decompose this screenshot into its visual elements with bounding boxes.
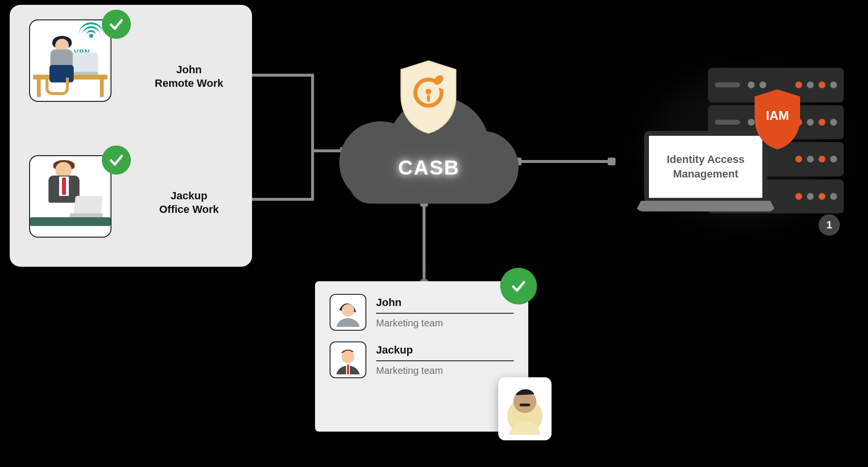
casb-node: CASB — [339, 68, 519, 209]
illustration-john-remote: VPN — [30, 20, 110, 101]
avatar-icon — [330, 294, 366, 331]
team-card: John Marketing team Jackup Marketing tea… — [315, 281, 528, 432]
avatar-icon — [330, 341, 366, 378]
check-icon — [102, 10, 131, 39]
svg-rect-6 — [520, 403, 530, 406]
member-name: John — [376, 296, 514, 314]
member-role: Marketing team — [376, 318, 514, 329]
svg-rect-3 — [347, 365, 349, 374]
check-icon — [102, 145, 131, 175]
iam-label: Identity Access Management — [644, 131, 767, 203]
user-tile-jackup — [29, 155, 111, 238]
avatar-icon — [498, 377, 552, 440]
person-icon — [41, 39, 79, 97]
connector-casb-team — [423, 203, 426, 281]
connector-left-vertical — [311, 74, 314, 201]
user-tile-john: VPN — [29, 19, 111, 102]
svg-point-1 — [342, 351, 354, 363]
team-row-jackup: Jackup Marketing team — [330, 341, 514, 378]
iam-shield-label: IAM — [751, 108, 804, 123]
team-row-john: John Marketing team — [330, 294, 514, 331]
iam-node: Identity Access Management IAM 1 — [635, 63, 849, 233]
user-name: Jackup — [171, 190, 207, 202]
shield-icon — [397, 59, 459, 135]
node-iam — [608, 158, 615, 165]
connector-to-casb — [311, 149, 343, 152]
iam-count-badge: 1 — [819, 214, 840, 236]
member-role: Marketing team — [376, 365, 514, 376]
connector-casb-iam — [518, 160, 610, 163]
laptop-icon — [74, 196, 103, 213]
illustration-jackup-office — [30, 156, 110, 237]
user-label-jackup: Jackup Office Work — [141, 189, 237, 216]
user-label-john: John Remote Work — [141, 63, 237, 90]
casb-label: CASB — [339, 156, 519, 179]
lock-icon — [413, 78, 443, 108]
member-name: Jackup — [376, 344, 514, 361]
user-mode: Office Work — [159, 203, 219, 215]
user-name: John — [176, 64, 202, 76]
iam-shield-icon: IAM — [751, 88, 804, 150]
user-mode: Remote Work — [155, 77, 223, 89]
users-panel: VPN John Remote Work Jackup Office Wor — [10, 5, 252, 267]
check-icon — [500, 268, 537, 305]
svg-point-0 — [342, 304, 354, 317]
